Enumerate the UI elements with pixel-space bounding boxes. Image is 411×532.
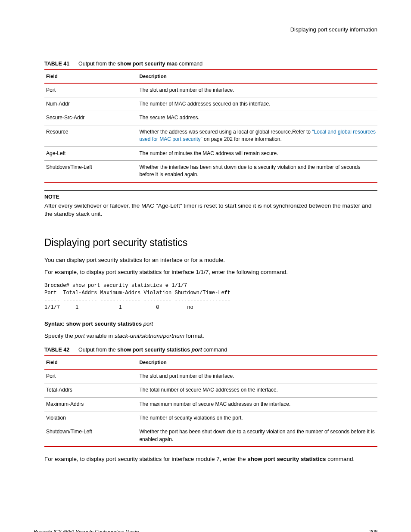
table-row: Age-Left The number of minutes the MAC a… (44, 146, 377, 160)
cell-field: Total-Addrs (44, 383, 137, 397)
text: variable in (85, 333, 115, 339)
cell-field: Violation (44, 411, 137, 425)
cell-field: Shutdown/Time-Left (44, 425, 137, 447)
note-text: After every switchover or failover, the … (44, 202, 377, 218)
syntax-cmd: show port security statistics (66, 320, 143, 327)
table41-head-desc: Description (137, 70, 377, 83)
table42-head-desc: Description (137, 356, 377, 369)
cell-desc: The maximum number of secure MAC address… (137, 397, 377, 411)
note-rule (44, 190, 377, 191)
cell-field: Shutdown/Time-Left (44, 160, 137, 182)
section-heading: Displaying port security statistics (44, 236, 377, 250)
table41-caption-cmd: show port security mac (117, 61, 177, 67)
page-footer: Brocade ICX 6650 Security Configuration … (34, 528, 377, 532)
table-row: Shutdown/Time-Left Whether the interface… (44, 160, 377, 182)
syntax-label: Syntax: (44, 320, 66, 327)
desc-pre: Whether the address was secured using a … (139, 129, 312, 135)
var-port: port (75, 333, 85, 339)
cell-field: Port (44, 83, 137, 97)
paragraph: For example, to display port security st… (44, 268, 377, 277)
cell-desc: The number of minutes the MAC address wi… (137, 146, 377, 160)
table41-caption-pre: Output from the (78, 61, 117, 67)
table41-head-field: Field (44, 70, 137, 83)
paragraph: You can display port security statistics… (44, 256, 377, 264)
text: format. (184, 333, 204, 339)
table-row: Port The slot and port number of the int… (44, 369, 377, 383)
desc-post: on page 202 for more information. (202, 136, 282, 142)
syntax-line: Syntax: show port security statistics po… (44, 320, 377, 328)
table-row: Violation The number of security violati… (44, 411, 377, 425)
page-header-right: Displaying port security information (34, 26, 377, 34)
code-block: Brocade# show port security statistics e… (44, 282, 377, 311)
cell-desc: Whether the port has been shut down due … (137, 425, 377, 447)
cell-desc: The slot and port number of the interfac… (137, 369, 377, 383)
table-row: Maximum-Addrs The maximum number of secu… (44, 397, 377, 411)
table-row: Shutdown/Time-Left Whether the port has … (44, 425, 377, 447)
specify-line: Specify the port variable in stack-unit/… (44, 332, 377, 340)
footer-page-number: 209 (369, 528, 377, 532)
cmd-bold: show port security statistics (247, 456, 326, 462)
table41-caption: TABLE 41 Output from the show port secur… (44, 60, 377, 68)
cell-desc: The slot and port number of the interfac… (137, 83, 377, 97)
text: Specify the (44, 333, 75, 339)
cell-field: Age-Left (44, 146, 137, 160)
table-row: Secure-Src-Addr The secure MAC address. (44, 111, 377, 125)
text: command. (326, 456, 355, 462)
cell-desc: The total number of secure MAC addresses… (137, 383, 377, 397)
table42-caption-port: port (192, 347, 202, 353)
syntax-arg: port (143, 320, 153, 327)
cell-field: Maximum-Addrs (44, 397, 137, 411)
note-label: NOTE (44, 193, 377, 201)
cell-field: Num-Addr (44, 97, 137, 111)
table42-caption-pre: Output from the (78, 347, 117, 353)
cell-desc: The number of MAC addresses secured on t… (137, 97, 377, 111)
cell-field: Resource (44, 125, 137, 146)
table42: Field Description Port The slot and port… (44, 355, 377, 447)
table-row: Total-Addrs The total number of secure M… (44, 383, 377, 397)
footer-left: Brocade ICX 6650 Security Configuration … (34, 528, 139, 532)
note-block: NOTE After every switchover or failover,… (44, 190, 377, 218)
table42-caption-post: command (202, 347, 227, 353)
table42-caption: TABLE 42 Output from the show port secur… (44, 346, 377, 354)
cell-field: Port (44, 369, 137, 383)
text: For example, to display port security st… (44, 456, 247, 462)
footer-title: Brocade ICX 6650 Security Configuration … (34, 529, 139, 532)
table41: Field Description Port The slot and port… (44, 69, 377, 183)
cell-desc: Whether the interface has been shut down… (137, 160, 377, 182)
cell-desc: The number of security violations on the… (137, 411, 377, 425)
table-row: Num-Addr The number of MAC addresses sec… (44, 97, 377, 111)
cell-field: Secure-Src-Addr (44, 111, 137, 125)
cell-desc: The secure MAC address. (137, 111, 377, 125)
table-row: Port The slot and port number of the int… (44, 83, 377, 97)
table41-label: TABLE 41 (44, 61, 69, 67)
var-format: stack-unit/slotnum/portnum (115, 333, 184, 339)
table42-label: TABLE 42 (44, 347, 69, 353)
cell-desc: Whether the address was secured using a … (137, 125, 377, 146)
table-row: Resource Whether the address was secured… (44, 125, 377, 146)
table41-caption-post: command (177, 61, 202, 67)
table42-caption-cmd: show port security statistics (117, 347, 191, 353)
followup-paragraph: For example, to display port security st… (44, 455, 377, 464)
table42-head-field: Field (44, 356, 137, 369)
